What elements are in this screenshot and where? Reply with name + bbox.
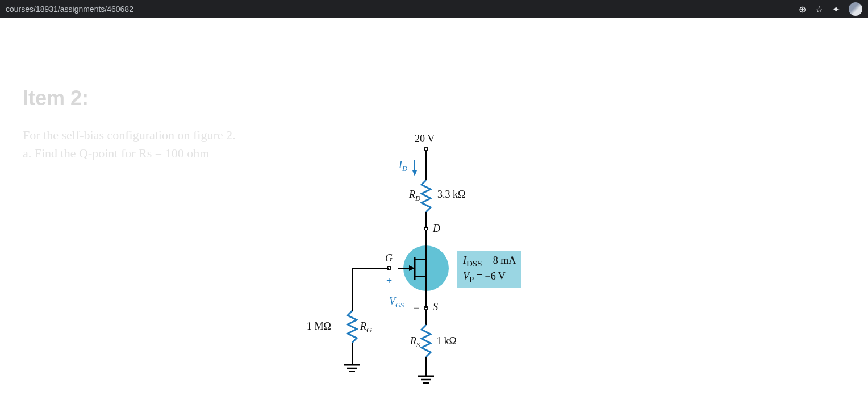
node-d: D (433, 223, 440, 235)
avatar[interactable] (849, 2, 862, 16)
item-title: Item 2: (23, 86, 845, 110)
topbar-icons: ⊕ ☆ ✦ (799, 2, 862, 16)
idss-line: IDSS = 8 mA (463, 253, 516, 269)
rg-symbol: R (360, 320, 366, 332)
id-label: ID (399, 159, 407, 173)
extensions-icon[interactable]: ✦ (832, 4, 840, 15)
vgs-sub: GS (395, 301, 404, 309)
id-sub: D (402, 165, 407, 173)
zoom-icon[interactable]: ⊕ (799, 4, 806, 15)
rs-value: 1 kΩ (436, 335, 457, 347)
rg-name: RG (360, 320, 372, 335)
url-path: courses/18931/assignments/460682 (6, 5, 133, 14)
vp-line: VP = −6 V (463, 269, 516, 285)
rg-value: 1 MΩ (307, 320, 331, 332)
vgs-label: VGS (389, 295, 404, 310)
rd-symbol: R (409, 189, 415, 200)
page-content: Item 2: For the self-bias configuration … (0, 18, 868, 185)
svg-marker-3 (412, 170, 417, 176)
rg-sub: G (366, 326, 372, 334)
svg-point-0 (424, 147, 428, 151)
browser-topbar: courses/18931/assignments/460682 ⊕ ☆ ✦ (0, 0, 868, 18)
rs-sub: S (416, 341, 420, 349)
rs-name: RS (410, 335, 420, 349)
rs-symbol: R (410, 335, 416, 347)
rd-value: 3.3 kΩ (437, 189, 465, 201)
vgs-symbol: V (389, 295, 395, 307)
star-icon[interactable]: ☆ (815, 4, 823, 15)
jfet-params-box: IDSS = 8 mA VP = −6 V (457, 251, 521, 288)
circuit-diagram: 20 V ID RD 3.3 kΩ D G S + − VGS 1 MΩ RG … (301, 132, 540, 400)
rd-sub: D (415, 194, 420, 202)
v-supply-label: 20 V (415, 133, 435, 145)
node-g: G (385, 252, 393, 264)
node-s: S (433, 301, 438, 313)
vgs-plus: + (386, 275, 392, 287)
vgs-minus: − (414, 302, 419, 314)
rd-name: RD (409, 189, 420, 203)
